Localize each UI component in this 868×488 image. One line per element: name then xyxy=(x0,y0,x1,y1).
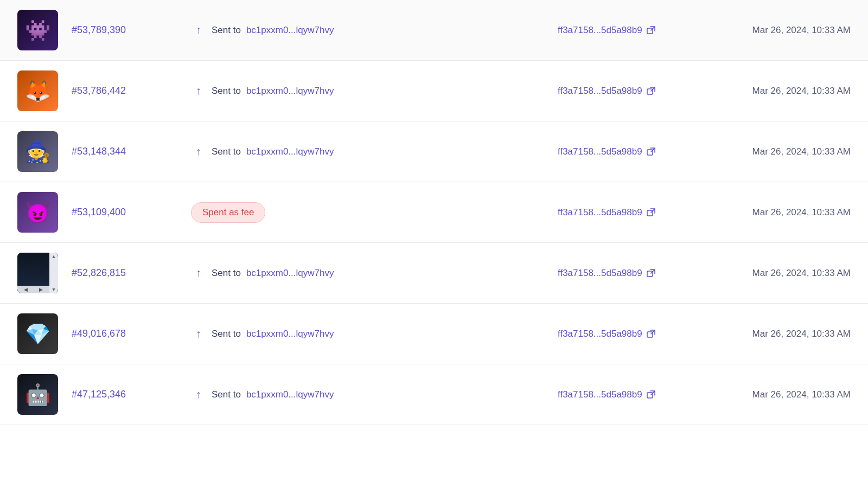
action-column: Spent as fee xyxy=(191,202,558,223)
date-column: Mar 26, 2024, 10:33 AM xyxy=(699,25,851,36)
send-arrow-icon: ↑ xyxy=(191,266,206,281)
transaction-list: 👾 #53,789,390 ↑ Sent to bc1pxxm0...lqyw7… xyxy=(0,0,868,425)
block-number-column: #53,148,344 xyxy=(72,146,191,157)
avatar-column: 🤖 xyxy=(17,374,72,415)
action-column: ↑ Sent to bc1pxxm0...lqyw7hvy xyxy=(191,144,558,159)
action-column: ↑ Sent to bc1pxxm0...lqyw7hvy xyxy=(191,326,558,342)
scroll-right-arrow[interactable]: ▶ xyxy=(39,287,43,292)
address-link[interactable]: bc1pxxm0...lqyw7hvy xyxy=(246,389,334,400)
scroll-up-arrow[interactable]: ▲ xyxy=(49,253,58,260)
transaction-date: Mar 26, 2024, 10:33 AM xyxy=(752,146,851,157)
send-arrow-icon: ↑ xyxy=(191,326,206,342)
tx-hash-link[interactable]: ff3a7158...5d5a98b9 xyxy=(558,86,699,97)
tx-hash-text: ff3a7158...5d5a98b9 xyxy=(558,86,642,97)
table-row: ▲ ▼ ◀ ▶ #52,826,815 ↑ Sent to bc1pxxm0..… xyxy=(0,243,868,304)
block-number-link[interactable]: #53,789,390 xyxy=(72,24,126,35)
block-number-link[interactable]: #52,826,815 xyxy=(72,267,126,278)
transaction-date: Mar 26, 2024, 10:33 AM xyxy=(752,329,851,339)
block-number-link[interactable]: #53,109,400 xyxy=(72,207,126,217)
block-number-link[interactable]: #53,148,344 xyxy=(72,146,126,157)
action-column: ↑ Sent to bc1pxxm0...lqyw7hvy xyxy=(191,84,558,99)
avatar-column: 🧙 xyxy=(17,131,72,172)
external-link-icon xyxy=(647,26,655,35)
scroll-left-arrow[interactable]: ◀ xyxy=(24,287,28,292)
block-number-column: #53,786,442 xyxy=(72,85,191,97)
action-label: Sent to xyxy=(212,389,241,400)
address-link[interactable]: bc1pxxm0...lqyw7hvy xyxy=(246,268,334,279)
date-column: Mar 26, 2024, 10:33 AM xyxy=(699,86,851,97)
transaction-date: Mar 26, 2024, 10:33 AM xyxy=(752,25,851,35)
action-column: ↑ Sent to bc1pxxm0...lqyw7hvy xyxy=(191,387,558,402)
tx-hash-link[interactable]: ff3a7158...5d5a98b9 xyxy=(558,207,699,218)
external-link-icon xyxy=(647,390,655,399)
send-arrow-icon: ↑ xyxy=(191,23,206,38)
send-arrow-icon: ↑ xyxy=(191,84,206,99)
date-column: Mar 26, 2024, 10:33 AM xyxy=(699,146,851,157)
tx-hash-link[interactable]: ff3a7158...5d5a98b9 xyxy=(558,389,699,400)
tx-hash-text: ff3a7158...5d5a98b9 xyxy=(558,389,642,400)
block-number-link[interactable]: #47,125,346 xyxy=(72,389,126,400)
address-link[interactable]: bc1pxxm0...lqyw7hvy xyxy=(246,25,334,36)
tx-hash-link[interactable]: ff3a7158...5d5a98b9 xyxy=(558,268,699,279)
date-column: Mar 26, 2024, 10:33 AM xyxy=(699,389,851,400)
orange-character-avatar: 🦊 xyxy=(17,70,58,111)
table-row: 👾 #53,789,390 ↑ Sent to bc1pxxm0...lqyw7… xyxy=(0,0,868,61)
avatar-column: 🦊 xyxy=(17,70,72,111)
purple-hero-avatar: 😈 xyxy=(17,192,58,233)
avatar-column: 👾 xyxy=(17,10,72,50)
tx-hash-link[interactable]: ff3a7158...5d5a98b9 xyxy=(558,25,699,36)
tx-hash-column: ff3a7158...5d5a98b9 xyxy=(558,86,699,97)
scroll-down-arrow[interactable]: ▼ xyxy=(49,286,58,293)
table-row: 🧙 #53,148,344 ↑ Sent to bc1pxxm0...lqyw7… xyxy=(0,121,868,182)
action-label: Sent to xyxy=(212,25,241,36)
avatar-column: 💎 xyxy=(17,313,72,354)
external-link-icon xyxy=(647,330,655,338)
external-link-icon xyxy=(647,87,655,95)
tx-hash-text: ff3a7158...5d5a98b9 xyxy=(558,25,642,36)
action-label: Sent to xyxy=(212,268,241,279)
block-number-link[interactable]: #49,016,678 xyxy=(72,328,126,339)
fee-badge: Spent as fee xyxy=(191,202,265,223)
send-arrow-icon: ↑ xyxy=(191,387,206,402)
table-row: 💎 #49,016,678 ↑ Sent to bc1pxxm0...lqyw7… xyxy=(0,304,868,364)
tx-hash-column: ff3a7158...5d5a98b9 xyxy=(558,207,699,218)
action-label: Sent to xyxy=(212,329,241,339)
table-row: 😈 #53,109,400 Spent as fee ff3a7158...5d… xyxy=(0,182,868,243)
transaction-date: Mar 26, 2024, 10:33 AM xyxy=(752,268,851,278)
tx-hash-column: ff3a7158...5d5a98b9 xyxy=(558,146,699,157)
transaction-date: Mar 26, 2024, 10:33 AM xyxy=(752,389,851,400)
block-number-link[interactable]: #53,786,442 xyxy=(72,85,126,96)
avatar-column: ▲ ▼ ◀ ▶ xyxy=(17,253,72,293)
block-number-column: #47,125,346 xyxy=(72,389,191,400)
date-column: Mar 26, 2024, 10:33 AM xyxy=(699,207,851,218)
tx-hash-text: ff3a7158...5d5a98b9 xyxy=(558,207,642,218)
address-link[interactable]: bc1pxxm0...lqyw7hvy xyxy=(246,146,334,157)
tx-hash-link[interactable]: ff3a7158...5d5a98b9 xyxy=(558,329,699,339)
tx-hash-column: ff3a7158...5d5a98b9 xyxy=(558,268,699,279)
tx-hash-column: ff3a7158...5d5a98b9 xyxy=(558,329,699,339)
block-number-column: #53,789,390 xyxy=(72,24,191,36)
external-link-icon xyxy=(647,147,655,156)
send-arrow-icon: ↑ xyxy=(191,144,206,159)
date-column: Mar 26, 2024, 10:33 AM xyxy=(699,268,851,279)
action-column: ↑ Sent to bc1pxxm0...lqyw7hvy xyxy=(191,266,558,281)
action-label: Sent to xyxy=(212,146,241,157)
dark-block-avatar: ▲ ▼ ◀ ▶ xyxy=(17,253,58,293)
address-link[interactable]: bc1pxxm0...lqyw7hvy xyxy=(246,329,334,339)
transaction-date: Mar 26, 2024, 10:33 AM xyxy=(752,207,851,217)
tx-hash-link[interactable]: ff3a7158...5d5a98b9 xyxy=(558,146,699,157)
tx-hash-text: ff3a7158...5d5a98b9 xyxy=(558,146,642,157)
tx-hash-column: ff3a7158...5d5a98b9 xyxy=(558,25,699,36)
tx-hash-text: ff3a7158...5d5a98b9 xyxy=(558,268,642,279)
external-link-icon xyxy=(647,208,655,217)
table-row: 🦊 #53,786,442 ↑ Sent to bc1pxxm0...lqyw7… xyxy=(0,61,868,121)
robot-avatar: 🤖 xyxy=(17,374,58,415)
block-number-column: #52,826,815 xyxy=(72,267,191,279)
purple-creature-avatar: 👾 xyxy=(17,10,58,50)
avatar-column: 😈 xyxy=(17,192,72,233)
block-number-column: #49,016,678 xyxy=(72,328,191,339)
tx-hash-column: ff3a7158...5d5a98b9 xyxy=(558,389,699,400)
block-number-column: #53,109,400 xyxy=(72,207,191,218)
address-link[interactable]: bc1pxxm0...lqyw7hvy xyxy=(246,86,334,97)
table-row: 🤖 #47,125,346 ↑ Sent to bc1pxxm0...lqyw7… xyxy=(0,364,868,425)
